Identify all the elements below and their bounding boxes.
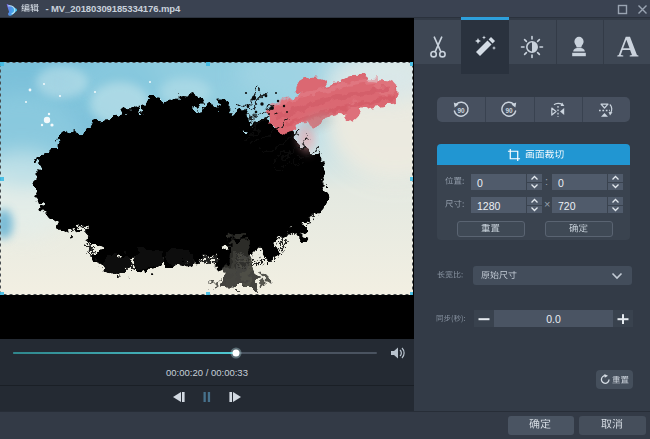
svg-text:90: 90 xyxy=(505,107,513,114)
svg-text:90: 90 xyxy=(457,107,465,114)
